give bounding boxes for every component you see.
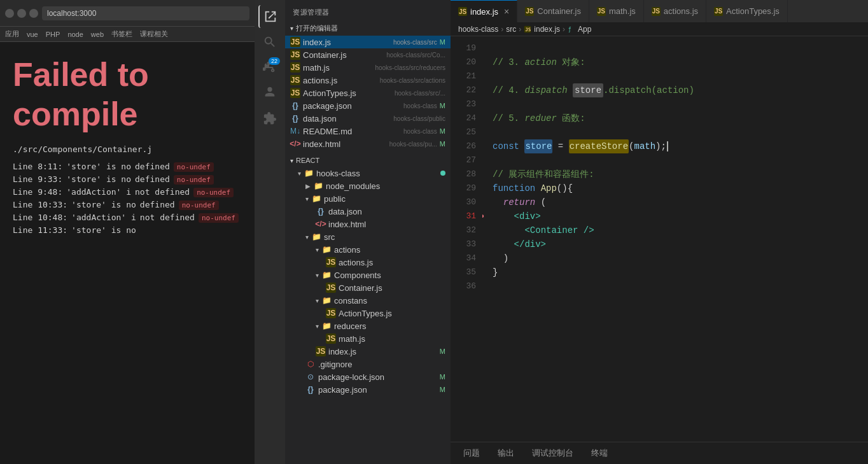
tab-container-js[interactable]: JS Container.js (517, 0, 589, 22)
browser-back-btn[interactable] (5, 9, 14, 18)
error-path: ./src/Components/Container.j (13, 144, 242, 154)
pkg-lock-icon: ⊙ (305, 372, 316, 382)
code-line-30: return ( (493, 195, 868, 209)
json-file-icon: {} (316, 206, 326, 216)
bookmark-bookmarks[interactable]: 书签栏 (111, 29, 132, 39)
tree-actiontypes-js[interactable]: JS ActionTypes.js (285, 307, 451, 320)
tree-src[interactable]: ▾ 📁 src (285, 230, 451, 243)
open-file-readme[interactable]: M↓ README.md hooks-class M (285, 125, 451, 137)
open-file-package-json[interactable]: {} package.json hooks-class M (285, 99, 451, 112)
tree-reducers-folder[interactable]: ▾ 📁 reducers (285, 320, 451, 332)
open-file-data-json[interactable]: {} data.json hooks-class/public (285, 112, 451, 125)
tree-gitignore[interactable]: ⬡ .gitignore (285, 358, 451, 370)
folder-icon: 📁 (304, 168, 314, 178)
open-file-math-js[interactable]: JS math.js hooks-class/src/reducers (285, 61, 451, 74)
code-line-22: // 4. dispatch store.dispatch(action) (493, 83, 868, 97)
tab-actions-js[interactable]: JS actions.js (644, 0, 706, 22)
js-file-icon: JS (290, 62, 300, 73)
react-section[interactable]: ▾ REACT (285, 154, 451, 167)
error-line-1: Line 8:11: 'store' is no defined no-unde… (13, 162, 242, 172)
open-editors-section[interactable]: ▾ 打开的编辑器 (285, 21, 451, 36)
tab-label: index.js (470, 7, 498, 17)
tab-index-js[interactable]: JS index.js × (451, 0, 517, 22)
code-line-25 (493, 125, 868, 139)
tab-math-js[interactable]: JS math.js (589, 0, 644, 22)
code-line-32: <Container /> (493, 223, 868, 237)
tab-debug-console[interactable]: 调试控制台 (524, 445, 581, 462)
js-file-icon: JS (326, 334, 336, 344)
breadcrumb-part-4[interactable]: App (578, 25, 591, 34)
tree-actions-js[interactable]: JS actions.js (285, 256, 451, 269)
breadcrumb-part-1[interactable]: hooks-class (458, 25, 498, 34)
code-content: // 3. action 对象: // 4. dispatch store.di… (482, 36, 868, 442)
folder-arrow: ▾ (298, 170, 301, 177)
activity-icon-files[interactable] (258, 5, 281, 28)
breadcrumb-part-3-icon: JS (524, 25, 531, 33)
activity-icon-debug[interactable] (258, 81, 281, 104)
bookmark-vue[interactable]: vue (27, 31, 38, 38)
editor-area: JS index.js × JS Container.js JS math.js… (451, 0, 868, 464)
editor-main: hooks-class › src › JS index.js › ƒ App … (451, 22, 868, 464)
tab-problems[interactable]: 问题 (456, 445, 487, 462)
tree-package-json[interactable]: {} package.json M (285, 383, 451, 396)
js-file-icon: JS (290, 50, 300, 60)
tree-constans-folder[interactable]: ▾ 📁 constans (285, 294, 451, 307)
open-file-name: index.js (303, 38, 388, 47)
tab-label: math.js (609, 6, 636, 16)
bookmark-node[interactable]: node (67, 31, 83, 38)
bookmark-course[interactable]: 课程相关 (140, 29, 168, 39)
tab-close-btn[interactable]: × (504, 6, 509, 17)
activity-icon-source-control[interactable]: 22 (258, 56, 281, 79)
open-editors-arrow: ▾ (290, 25, 293, 32)
tree-index-html[interactable]: </> index.html (285, 218, 451, 230)
tree-hooks-class[interactable]: ▾ 📁 hooks-class (285, 167, 451, 179)
tree-math-js[interactable]: JS math.js (285, 332, 451, 345)
open-file-index-html[interactable]: </> index.html hooks-class/pu... M (285, 137, 451, 150)
tree-container-js[interactable]: JS Container.js (285, 281, 451, 294)
tab-output[interactable]: 输出 (490, 445, 522, 462)
tab-terminal[interactable]: 终端 (584, 445, 615, 462)
browser-forward-btn[interactable] (17, 9, 26, 18)
line-numbers: 19 20 21 22 23 24 25 26 27 28 29 30 31 3… (451, 36, 482, 442)
js-file-icon: JS (326, 283, 336, 293)
browser-content: Failed to compile ./src/Components/Conta… (0, 42, 255, 464)
url-text: localhost:3000 (47, 9, 96, 18)
tree-package-lock[interactable]: ⊙ package-lock.json M (285, 370, 451, 383)
code-line-24: // 5. reduer 函数: (493, 111, 868, 125)
tab-actiontypes-js[interactable]: JS ActionTypes.js (706, 0, 788, 22)
md-file-icon: M↓ (290, 126, 300, 136)
tree-actions-folder[interactable]: ▾ 📁 actions (285, 243, 451, 256)
js-file-icon: JS (290, 88, 300, 98)
tree-src-index-js[interactable]: JS index.js M (285, 345, 451, 358)
tree-public[interactable]: ▾ 📁 public (285, 192, 451, 205)
open-file-index-js[interactable]: JS index.js hooks-class/src M (285, 36, 451, 48)
breadcrumb-part-2[interactable]: src (506, 25, 516, 34)
browser-url-bar[interactable]: localhost:3000 (42, 6, 249, 20)
code-editor[interactable]: 19 20 21 22 23 24 25 26 27 28 29 30 31 3… (451, 36, 868, 442)
tab-js-icon: JS (458, 7, 467, 16)
open-file-actions-js[interactable]: JS actions.js hooks-class/src/actions (285, 74, 451, 87)
open-editors-label: 打开的编辑器 (296, 24, 338, 33)
tree-components-folder[interactable]: ▾ 📁 Components (285, 269, 451, 281)
js-file-icon: JS (290, 37, 300, 47)
tab-bar: JS index.js × JS Container.js JS math.js… (451, 0, 868, 22)
tree-node-modules[interactable]: ▶ 📁 node_modules (285, 179, 451, 192)
js-file-icon: JS (326, 257, 336, 267)
code-line-29: function App (){ (493, 181, 868, 195)
bookmark-web[interactable]: web (91, 31, 104, 38)
breadcrumb-part-3[interactable]: index.js (534, 25, 560, 34)
html-file-icon: </> (316, 219, 326, 229)
open-file-path: hooks-class/src (393, 39, 437, 46)
tree-data-json[interactable]: {} data.json (285, 205, 451, 218)
code-line-27 (493, 153, 868, 167)
bookmark-apps[interactable]: 应用 (5, 29, 19, 39)
activity-icon-search[interactable] (258, 31, 281, 53)
code-line-36 (493, 279, 868, 293)
browser-controls (5, 9, 38, 18)
open-file-container-js[interactable]: JS Container.js hooks-class/src/Co... (285, 48, 451, 61)
tab-js-icon: JS (525, 7, 534, 16)
activity-icon-extensions[interactable] (258, 107, 281, 130)
bookmark-php[interactable]: PHP (46, 31, 60, 38)
open-file-actiontypes-js[interactable]: JS ActionTypes.js hooks-class/src/... (285, 87, 451, 99)
browser-refresh-btn[interactable] (29, 9, 38, 18)
